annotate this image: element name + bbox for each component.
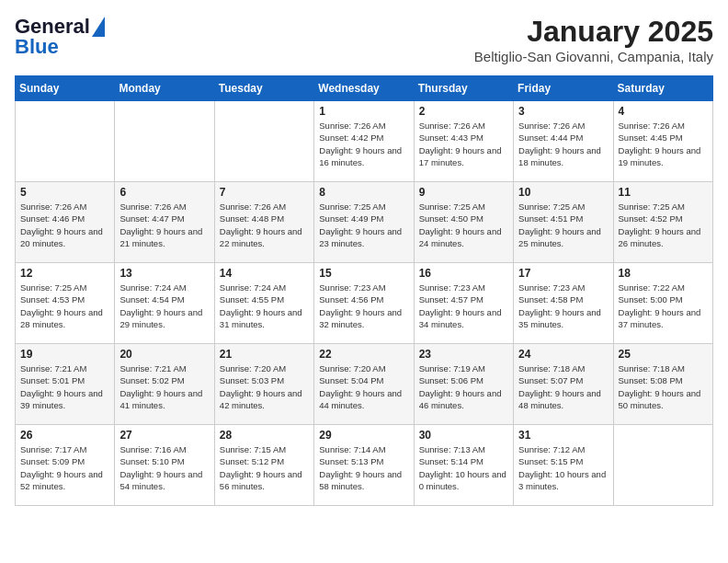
calendar-cell: 23Sunrise: 7:19 AMSunset: 5:06 PMDayligh… [414,344,513,425]
weekday-header-sunday: Sunday [16,76,115,101]
day-number: 17 [518,267,608,280]
day-number: 19 [20,348,109,361]
weekday-header-saturday: Saturday [613,76,712,101]
calendar-cell: 2Sunrise: 7:26 AMSunset: 4:43 PMDaylight… [414,101,513,182]
calendar-body: 1Sunrise: 7:26 AMSunset: 4:42 PMDaylight… [16,101,713,506]
weekday-header-thursday: Thursday [414,76,513,101]
day-number: 31 [518,429,608,442]
calendar-cell: 10Sunrise: 7:25 AMSunset: 4:51 PMDayligh… [514,182,613,263]
cell-info: Sunrise: 7:23 AMSunset: 4:56 PMDaylight:… [319,282,408,330]
cell-info: Sunrise: 7:26 AMSunset: 4:42 PMDaylight:… [319,120,408,168]
cell-info: Sunrise: 7:22 AMSunset: 5:00 PMDaylight:… [619,282,708,330]
logo-blue: Blue [15,35,59,59]
day-number: 13 [119,267,209,280]
calendar-cell: 15Sunrise: 7:23 AMSunset: 4:56 PMDayligh… [314,263,414,344]
day-number: 23 [419,348,508,361]
day-number: 29 [319,429,408,442]
cell-info: Sunrise: 7:16 AMSunset: 5:10 PMDaylight:… [119,443,209,492]
day-number: 28 [220,429,309,442]
calendar-cell: 25Sunrise: 7:18 AMSunset: 5:08 PMDayligh… [613,344,712,425]
calendar-cell: 30Sunrise: 7:13 AMSunset: 5:14 PMDayligh… [414,425,513,506]
cell-info: Sunrise: 7:15 AMSunset: 5:12 PMDaylight:… [220,443,309,492]
cell-info: Sunrise: 7:24 AMSunset: 4:55 PMDaylight:… [220,282,309,330]
day-number: 21 [220,348,309,361]
weekday-header-row: SundayMondayTuesdayWednesdayThursdayFrid… [16,76,713,101]
calendar-cell: 29Sunrise: 7:14 AMSunset: 5:13 PMDayligh… [314,425,414,506]
day-number: 22 [319,348,408,361]
cell-info: Sunrise: 7:25 AMSunset: 4:53 PMDaylight:… [20,282,109,330]
calendar-cell: 14Sunrise: 7:24 AMSunset: 4:55 PMDayligh… [214,263,313,344]
weekday-header-friday: Friday [514,76,613,101]
calendar-cell: 13Sunrise: 7:24 AMSunset: 4:54 PMDayligh… [115,263,214,344]
calendar-table: SundayMondayTuesdayWednesdayThursdayFrid… [15,75,713,506]
cell-info: Sunrise: 7:25 AMSunset: 4:51 PMDaylight:… [518,201,608,249]
calendar-cell: 8Sunrise: 7:25 AMSunset: 4:49 PMDaylight… [314,182,414,263]
calendar-week-5: 26Sunrise: 7:17 AMSunset: 5:09 PMDayligh… [16,425,713,506]
day-number: 1 [319,105,408,118]
calendar-cell: 19Sunrise: 7:21 AMSunset: 5:01 PMDayligh… [16,344,115,425]
cell-info: Sunrise: 7:21 AMSunset: 5:01 PMDaylight:… [20,362,109,411]
calendar-cell: 17Sunrise: 7:23 AMSunset: 4:58 PMDayligh… [514,263,613,344]
day-number: 12 [20,267,109,280]
cell-info: Sunrise: 7:23 AMSunset: 4:58 PMDaylight:… [518,282,608,330]
calendar-cell [16,101,115,182]
page-header: General Blue January 2025 Beltiglio-San … [15,15,713,64]
month-title: January 2025 [474,15,713,49]
calendar-cell: 24Sunrise: 7:18 AMSunset: 5:07 PMDayligh… [514,344,613,425]
calendar-cell: 16Sunrise: 7:23 AMSunset: 4:57 PMDayligh… [414,263,513,344]
day-number: 3 [518,105,608,118]
calendar-cell: 22Sunrise: 7:20 AMSunset: 5:04 PMDayligh… [314,344,414,425]
cell-info: Sunrise: 7:21 AMSunset: 5:02 PMDaylight:… [119,362,209,411]
day-number: 30 [419,429,508,442]
day-number: 7 [220,186,309,199]
day-number: 14 [220,267,309,280]
calendar-week-1: 1Sunrise: 7:26 AMSunset: 4:42 PMDaylight… [16,101,713,182]
calendar-cell: 7Sunrise: 7:26 AMSunset: 4:48 PMDaylight… [214,182,313,263]
cell-info: Sunrise: 7:26 AMSunset: 4:48 PMDaylight:… [220,201,309,249]
title-block: January 2025 Beltiglio-San Giovanni, Cam… [474,15,713,64]
calendar-cell: 21Sunrise: 7:20 AMSunset: 5:03 PMDayligh… [214,344,313,425]
calendar-cell: 5Sunrise: 7:26 AMSunset: 4:46 PMDaylight… [16,182,115,263]
weekday-header-wednesday: Wednesday [314,76,414,101]
calendar-cell: 18Sunrise: 7:22 AMSunset: 5:00 PMDayligh… [613,263,712,344]
calendar-cell: 28Sunrise: 7:15 AMSunset: 5:12 PMDayligh… [214,425,313,506]
calendar-cell: 31Sunrise: 7:12 AMSunset: 5:15 PMDayligh… [514,425,613,506]
cell-info: Sunrise: 7:26 AMSunset: 4:43 PMDaylight:… [419,120,508,168]
cell-info: Sunrise: 7:12 AMSunset: 5:15 PMDaylight:… [518,443,608,492]
cell-info: Sunrise: 7:19 AMSunset: 5:06 PMDaylight:… [419,362,508,411]
day-number: 10 [518,186,608,199]
cell-info: Sunrise: 7:26 AMSunset: 4:47 PMDaylight:… [119,201,209,249]
day-number: 8 [319,186,408,199]
calendar-cell: 1Sunrise: 7:26 AMSunset: 4:42 PMDaylight… [314,101,414,182]
day-number: 11 [619,186,708,199]
calendar-week-4: 19Sunrise: 7:21 AMSunset: 5:01 PMDayligh… [16,344,713,425]
calendar-cell: 3Sunrise: 7:26 AMSunset: 4:44 PMDaylight… [514,101,613,182]
cell-info: Sunrise: 7:17 AMSunset: 5:09 PMDaylight:… [20,443,109,492]
weekday-header-tuesday: Tuesday [214,76,313,101]
weekday-header-monday: Monday [115,76,214,101]
day-number: 27 [119,429,209,442]
location-title: Beltiglio-San Giovanni, Campania, Italy [474,49,713,64]
cell-info: Sunrise: 7:25 AMSunset: 4:50 PMDaylight:… [419,201,508,249]
day-number: 24 [518,348,608,361]
day-number: 5 [20,186,109,199]
day-number: 9 [419,186,508,199]
cell-info: Sunrise: 7:18 AMSunset: 5:07 PMDaylight:… [518,362,608,411]
calendar-cell: 20Sunrise: 7:21 AMSunset: 5:02 PMDayligh… [115,344,214,425]
cell-info: Sunrise: 7:20 AMSunset: 5:03 PMDaylight:… [220,362,309,411]
day-number: 2 [419,105,508,118]
calendar-cell [115,101,214,182]
calendar-cell [613,425,712,506]
day-number: 15 [319,267,408,280]
cell-info: Sunrise: 7:26 AMSunset: 4:46 PMDaylight:… [20,201,109,249]
cell-info: Sunrise: 7:26 AMSunset: 4:45 PMDaylight:… [619,120,708,168]
day-number: 4 [619,105,708,118]
cell-info: Sunrise: 7:24 AMSunset: 4:54 PMDaylight:… [119,282,209,330]
calendar-cell: 11Sunrise: 7:25 AMSunset: 4:52 PMDayligh… [613,182,712,263]
calendar-week-3: 12Sunrise: 7:25 AMSunset: 4:53 PMDayligh… [16,263,713,344]
cell-info: Sunrise: 7:14 AMSunset: 5:13 PMDaylight:… [319,443,408,492]
day-number: 25 [619,348,708,361]
cell-info: Sunrise: 7:25 AMSunset: 4:52 PMDaylight:… [619,201,708,249]
day-number: 18 [619,267,708,280]
cell-info: Sunrise: 7:23 AMSunset: 4:57 PMDaylight:… [419,282,508,330]
